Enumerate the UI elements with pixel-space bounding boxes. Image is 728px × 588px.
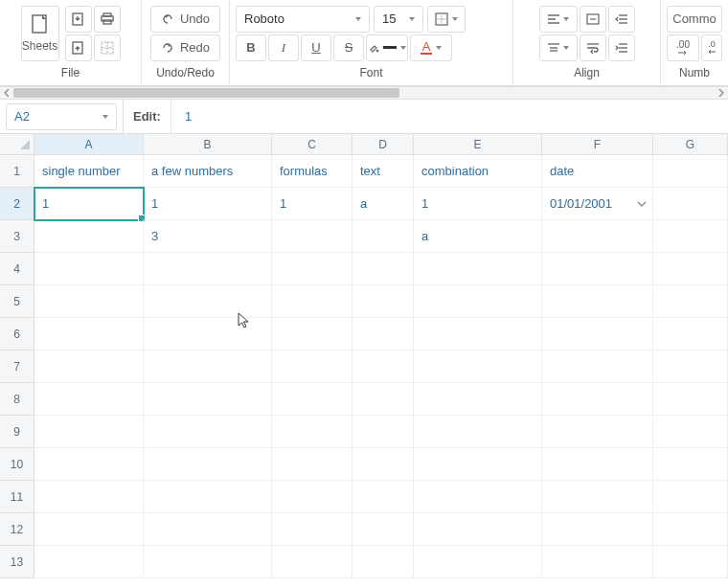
scroll-left-icon[interactable] [0,86,13,100]
column-header-C[interactable]: C [272,134,353,155]
row-header-2[interactable]: 2 [0,188,34,220]
grid-button[interactable] [94,34,121,61]
cell-A13[interactable] [34,546,144,578]
cell-E2[interactable]: 1 [414,188,542,220]
scrollbar-thumb[interactable] [13,88,399,98]
font-family-select[interactable]: Roboto [236,6,370,33]
fill-color-button[interactable] [366,34,408,61]
cell-G8[interactable] [653,383,728,416]
cell-A3[interactable] [34,220,144,253]
cell-E1[interactable]: combination [414,155,542,188]
cell-C10[interactable] [272,448,353,481]
cell-G1[interactable] [653,155,728,188]
wrap-button[interactable] [580,34,606,61]
indent-increase-button[interactable] [608,34,635,61]
cell-B4[interactable] [144,253,272,285]
undo-button[interactable]: Undo [150,6,220,33]
borders-button[interactable] [427,6,466,33]
cell-F3[interactable] [542,220,653,253]
cell-A8[interactable] [34,383,144,416]
cell-E8[interactable] [414,383,542,416]
cell-D12[interactable] [353,513,414,546]
cell-E7[interactable] [414,351,542,383]
merge-button[interactable] [580,6,606,33]
cell-B7[interactable] [144,351,272,383]
cell-E4[interactable] [414,253,542,285]
cell-A9[interactable] [34,416,144,448]
cell-G4[interactable] [653,253,728,285]
cell-A5[interactable] [34,285,144,318]
row-header-4[interactable]: 4 [0,253,34,285]
cell-C8[interactable] [272,383,353,416]
cell-E5[interactable] [414,285,542,318]
cell-G3[interactable] [653,220,728,253]
halign-button[interactable] [539,6,578,33]
cell-F11[interactable] [542,481,653,513]
font-color-button[interactable]: A [410,34,452,61]
cell-F8[interactable] [542,383,653,416]
cell-B8[interactable] [144,383,272,416]
cell-F1[interactable]: date [542,155,653,188]
cell-E11[interactable] [414,481,542,513]
cell-G2[interactable] [653,188,728,220]
cell-D10[interactable] [353,448,414,481]
cell-name-box[interactable]: A2 [6,103,117,130]
cell-A7[interactable] [34,351,144,383]
cell-E9[interactable] [414,416,542,448]
cell-C9[interactable] [272,416,353,448]
cell-B10[interactable] [144,448,272,481]
export-button[interactable] [65,34,92,61]
cell-E6[interactable] [414,318,542,351]
column-header-B[interactable]: B [144,134,272,155]
cell-B11[interactable] [144,481,272,513]
import-button[interactable] [65,6,92,33]
cell-D11[interactable] [353,481,414,513]
cell-E13[interactable] [414,546,542,578]
cell-G13[interactable] [653,546,728,578]
cell-C7[interactable] [272,351,353,383]
cell-D6[interactable] [353,318,414,351]
row-header-12[interactable]: 12 [0,513,34,546]
cell-G7[interactable] [653,351,728,383]
cell-A6[interactable] [34,318,144,351]
column-header-F[interactable]: F [542,134,653,155]
cell-B12[interactable] [144,513,272,546]
row-header-11[interactable]: 11 [0,481,34,513]
cell-D9[interactable] [353,416,414,448]
column-header-A[interactable]: A [34,134,144,155]
row-header-13[interactable]: 13 [0,546,34,578]
cell-F13[interactable] [542,546,653,578]
row-header-10[interactable]: 10 [0,448,34,481]
cell-D7[interactable] [353,351,414,383]
cell-E3[interactable]: a [414,220,542,253]
cell-B3[interactable]: 3 [144,220,272,253]
cell-C4[interactable] [272,253,353,285]
cell-F12[interactable] [542,513,653,546]
cell-B9[interactable] [144,416,272,448]
toolbar-scrollbar[interactable] [0,86,728,100]
cell-B13[interactable] [144,546,272,578]
cell-G11[interactable] [653,481,728,513]
cell-E12[interactable] [414,513,542,546]
strikethrough-button[interactable]: S [333,34,364,61]
chevron-down-icon[interactable] [637,201,647,207]
cell-G12[interactable] [653,513,728,546]
valign-button[interactable] [539,34,578,61]
cell-B6[interactable] [144,318,272,351]
cell-A12[interactable] [34,513,144,546]
bold-button[interactable]: B [236,34,266,61]
cell-B1[interactable]: a few numbers [144,155,272,188]
cell-C5[interactable] [272,285,353,318]
decimal-button[interactable]: .00 [667,34,699,61]
decimal-decrease-button[interactable]: .0 [701,34,722,61]
row-header-9[interactable]: 9 [0,416,34,448]
cell-D8[interactable] [353,383,414,416]
cell-C3[interactable] [272,220,353,253]
cell-A4[interactable] [34,253,144,285]
cell-A11[interactable] [34,481,144,513]
column-header-E[interactable]: E [414,134,542,155]
cell-A10[interactable] [34,448,144,481]
cell-G6[interactable] [653,318,728,351]
column-header-G[interactable]: G [653,134,728,155]
cell-G10[interactable] [653,448,728,481]
